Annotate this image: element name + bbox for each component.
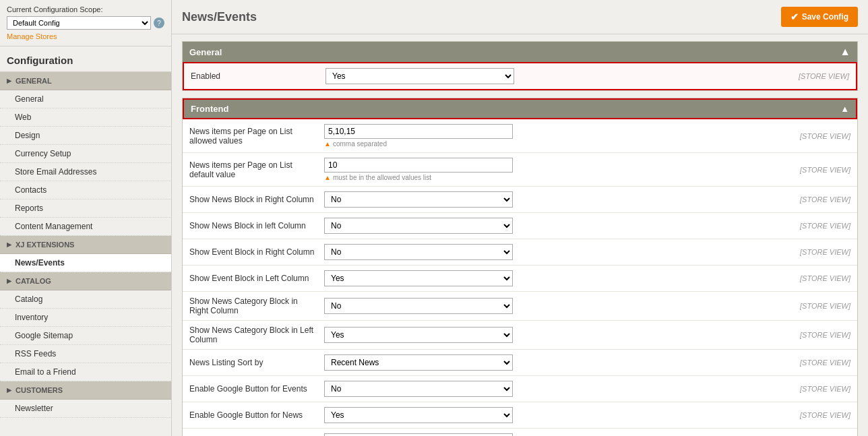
select-show-event-right[interactable]: No Yes: [324, 244, 513, 260]
nav-section-xj: ▶ XJ EXTENSIONS News/Events: [0, 236, 171, 272]
sidebar-item-newsletter[interactable]: Newsletter: [0, 400, 171, 418]
save-btn-label: Save Config: [802, 12, 848, 22]
label-show-news-left: Show News Block in left Column: [189, 221, 324, 230]
label-show-news-right: Show News Block in Right Column: [189, 195, 324, 204]
label-show-news-cat-right: Show News Category Block in Right Column: [189, 297, 324, 315]
select-show-news-right[interactable]: No Yes: [324, 191, 513, 208]
field-google-events: No Yes: [324, 381, 770, 397]
field-show-event-right: No Yes: [324, 244, 770, 260]
nav-section-label-customers: CUSTOMERS: [16, 386, 63, 394]
frontend-section-title: Frontend: [191, 104, 228, 114]
sidebar-item-contacts[interactable]: Contacts: [0, 181, 171, 199]
sidebar-item-store-email[interactable]: Store Email Addresses: [0, 163, 171, 181]
form-row-show-event-right: Show Event Block in Right Column No Yes …: [183, 239, 857, 266]
form-row-twitter-news: Enable Twitter Button for News Yes No [S…: [183, 429, 857, 436]
scope-show-event-right: [STORE VIEW]: [770, 248, 850, 256]
form-row-show-news-cat-right: Show News Category Block in Right Column…: [183, 292, 857, 321]
nav-section-header-customers[interactable]: ▶ CUSTOMERS: [0, 381, 171, 400]
nav-section-label-xj: XJ EXTENSIONS: [16, 241, 74, 249]
general-section-title: General: [189, 47, 222, 57]
sidebar-item-currency-setup[interactable]: Currency Setup: [0, 145, 171, 163]
sidebar-item-design[interactable]: Design: [0, 127, 171, 145]
form-row-news-items-allowed: News items per Page on Listallowed value…: [183, 119, 857, 153]
scope-show-news-right: [STORE VIEW]: [770, 195, 850, 204]
enabled-label: Enabled: [191, 71, 326, 81]
scope-show-event-left: [STORE VIEW]: [770, 274, 850, 282]
enabled-scope: [STORE VIEW]: [768, 72, 849, 80]
frontend-section-header[interactable]: Frontend ▲: [183, 98, 857, 119]
content-area: General ▲ Enabled Yes No [STORE VIEW]: [172, 34, 868, 436]
scope-google-news: [STORE VIEW]: [770, 411, 850, 419]
nav-section-customers: ▶ CUSTOMERS Newsletter: [0, 381, 171, 418]
sidebar-item-google-sitemap[interactable]: Google Sitemap: [0, 327, 171, 345]
form-row-show-news-right: Show News Block in Right Column No Yes […: [183, 187, 857, 213]
select-google-events[interactable]: No Yes: [324, 381, 513, 397]
select-twitter-news[interactable]: Yes No: [324, 433, 513, 436]
label-show-event-right: Show Event Block in Right Column: [189, 247, 324, 257]
frontend-section-block: Frontend ▲ News items per Page on Listal…: [182, 98, 858, 436]
field-show-news-cat-left: Yes No: [324, 327, 770, 343]
scope-show-news-left: [STORE VIEW]: [770, 222, 850, 230]
nav-section-header-general[interactable]: ▶ GENERAL: [0, 72, 171, 90]
save-config-button[interactable]: ✔ Save Config: [781, 7, 858, 27]
label-sort-by: News Listing Sort by: [189, 358, 324, 367]
enabled-select[interactable]: Yes No: [326, 68, 514, 84]
scope-news-items-default: [STORE VIEW]: [770, 166, 850, 174]
general-section-body: Enabled Yes No [STORE VIEW]: [183, 62, 857, 90]
select-show-news-left[interactable]: No Yes: [324, 218, 513, 234]
check-icon: ✔: [790, 11, 799, 22]
field-news-items-allowed: ▲ comma separated: [324, 124, 770, 148]
field-show-news-cat-right: No Yes: [324, 298, 770, 314]
sidebar-item-inventory[interactable]: Inventory: [0, 309, 171, 327]
sidebar: Current Configuration Scope: Default Con…: [0, 0, 172, 436]
scope-help-icon[interactable]: ?: [154, 18, 164, 28]
select-show-news-cat-left[interactable]: Yes No: [324, 327, 513, 343]
hint-text-2: must be in the allowed values list: [333, 174, 431, 181]
sidebar-item-reports[interactable]: Reports: [0, 199, 171, 218]
nav-section-header-xj[interactable]: ▶ XJ EXTENSIONS: [0, 236, 171, 254]
form-row-show-event-left: Show Event Block in Left Column Yes No […: [183, 266, 857, 292]
select-sort-by[interactable]: Recent News Most Viewed Alphabetical: [324, 354, 513, 371]
form-row-google-events: Enable Google Button for Events No Yes […: [183, 376, 857, 402]
field-show-event-left: Yes No: [324, 270, 770, 286]
label-news-items-default: News items per Page on Listdefault value: [189, 160, 324, 179]
sidebar-item-general[interactable]: General: [0, 90, 171, 108]
nav-section-header-catalog[interactable]: ▶ CATALOG: [0, 272, 171, 290]
arrow-icon-customers: ▶: [7, 387, 11, 394]
sidebar-item-email-friend[interactable]: Email to a Friend: [0, 363, 171, 381]
sidebar-item-catalog[interactable]: Catalog: [0, 290, 171, 309]
form-row-sort-by: News Listing Sort by Recent News Most Vi…: [183, 350, 857, 376]
scope-show-news-cat-left: [STORE VIEW]: [770, 331, 850, 339]
arrow-icon-catalog: ▶: [7, 278, 11, 284]
general-section-header[interactable]: General ▲: [183, 42, 857, 62]
label-show-event-left: Show Event Block in Left Column: [189, 274, 324, 283]
field-sort-by: Recent News Most Viewed Alphabetical: [324, 354, 770, 371]
nav-section-label-catalog: CATALOG: [16, 277, 51, 285]
scope-select[interactable]: Default Config: [7, 16, 151, 30]
config-title: Configuration: [0, 46, 171, 72]
form-row-google-news: Enable Google Button for News Yes No [ST…: [183, 402, 857, 429]
field-show-news-left: No Yes: [324, 218, 770, 234]
scope-show-news-cat-right: [STORE VIEW]: [770, 302, 850, 310]
select-show-news-cat-right[interactable]: No Yes: [324, 298, 513, 314]
arrow-icon-xj: ▶: [7, 241, 11, 248]
input-news-items-allowed[interactable]: [324, 124, 513, 139]
select-google-news[interactable]: Yes No: [324, 407, 513, 423]
frontend-section-body: News items per Page on Listallowed value…: [183, 119, 857, 436]
page-title: News/Events: [182, 10, 257, 24]
manage-stores-link[interactable]: Manage Stores: [7, 32, 164, 40]
sidebar-item-news-events[interactable]: News/Events: [0, 254, 171, 272]
scope-select-row: Default Config ?: [7, 16, 164, 30]
main-header: News/Events ✔ Save Config: [172, 0, 868, 34]
sidebar-item-rss-feeds[interactable]: RSS Feeds: [0, 345, 171, 363]
scope-news-items-allowed: [STORE VIEW]: [770, 132, 850, 140]
select-show-event-left[interactable]: Yes No: [324, 270, 513, 286]
sidebar-item-web[interactable]: Web: [0, 108, 171, 127]
scope-google-events: [STORE VIEW]: [770, 385, 850, 393]
sidebar-item-content-mgmt[interactable]: Content Management: [0, 218, 171, 236]
hint-icon-1: ▲: [324, 140, 331, 148]
input-news-items-default[interactable]: [324, 158, 513, 173]
form-row-news-items-default: News items per Page on Listdefault value…: [183, 153, 857, 187]
label-show-news-cat-left: Show News Category Block in Left Column: [189, 325, 324, 344]
general-section-block: General ▲ Enabled Yes No [STORE VIEW]: [182, 41, 858, 91]
